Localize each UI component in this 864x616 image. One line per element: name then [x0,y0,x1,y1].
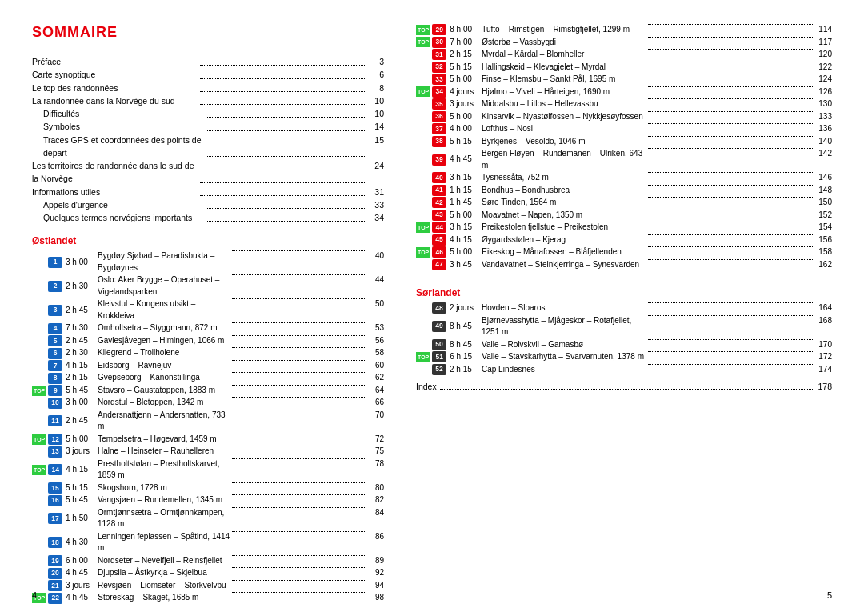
hike-row: 5 2 h 45 Gavlesjåvegen – Himingen, 1066 … [32,335,384,347]
toc-dots [200,94,366,105]
hike-page: 150 [814,197,832,209]
hike-page: 86 [366,531,384,543]
hike-page: 164 [814,302,832,314]
toc-entry: Traces GPS et coordonnées des points de … [32,134,384,160]
hike-number: 21 [48,580,62,591]
top-badge: TOP [32,386,46,396]
hike-dots [232,494,365,495]
hike-row: 40 3 h 15 Tysnessåta, 752 m 146 [416,172,832,184]
hike-row: 48 2 jours Hovden – Sloaros 164 [416,302,832,314]
toc-page: 24 [368,159,384,186]
hike-row: 1 3 h 00 Bygdøy Sjøbad – Paradisbukta – … [32,250,384,274]
hike-number: 40 [432,172,446,183]
hike-number: 12 [48,434,62,445]
hike-number: 2 [48,281,62,292]
hike-page: 89 [366,555,384,567]
hike-row: TOP 51 6 h 15 Valle – Stavskarhytta – Sv… [416,351,832,363]
hike-row: TOP 29 8 h 00 Tufto – Rimstigen – Rimsti… [416,24,832,36]
hike-page: 94 [366,580,384,592]
hike-row: TOP 12 5 h 00 Tempelsetra – Høgevard, 14… [32,434,384,446]
hike-dots [648,86,813,87]
hike-page: 174 [814,364,832,376]
hike-duration: 2 h 15 [66,372,94,384]
hike-number: 3 [48,305,62,316]
toc-page: 33 [368,198,384,211]
hike-title: Lofthus – Nosi [482,123,646,135]
toc-title: Les territoires de randonnée dans le sud… [32,159,198,186]
hike-number: 14 [48,464,62,475]
hike-number: 6 [48,348,62,359]
hike-number: 34 [432,86,446,98]
hike-title: Valle – Rolvskvil – Gamasbø [482,339,646,351]
hike-dots [232,298,365,299]
right-page: TOP 29 8 h 00 Tufto – Rimstigen – Rimsti… [400,0,864,616]
hike-row: 31 2 h 15 Myrdal – Kårdal – Blomheller 1… [416,49,832,61]
hike-title: Nordstul – Bletoppen, 1342 m [98,397,230,409]
hike-title: Gavlesjåvegen – Himingen, 1066 m [98,335,230,347]
hike-title: Finse – Klemsbu – Sankt Pål, 1695 m [482,74,646,86]
hike-page: 80 [366,482,384,494]
hike-title: Nordseter – Nevelfjell – Reinsfjellet [98,555,230,567]
hike-dots [648,364,813,365]
hike-number: 35 [432,98,446,110]
hike-dots [648,246,813,247]
hike-title: Andersnattjenn – Andersnatten, 733 m [98,410,230,433]
toc-page: 10 [368,94,384,107]
hike-row: 36 5 h 00 Kinsarvik – Nyastølfossen – Ny… [416,111,832,123]
hike-duration: 3 h 00 [66,397,94,409]
hike-row: 2 2 h 30 Oslo: Aker Brygge – Operahuset … [32,274,384,298]
hike-title: Preikestolen fjellstue – Preikestolen [482,222,646,234]
hike-duration: 4 h 15 [450,234,478,246]
hike-title: Kinsarvik – Nyastølfossen – Nykkjesøyfos… [482,111,646,123]
hike-row: 16 5 h 45 Vangsjøen – Rundemellen, 1345 … [32,494,384,506]
hike-row: 41 1 h 15 Bondhus – Bondhusbrea 148 [416,185,832,197]
hike-row: 38 5 h 15 Byrkjenes – Vesoldo, 1046 m 14… [416,136,832,148]
hike-number: 41 [432,185,446,196]
toc-title: Préface [32,55,198,68]
hike-dots [648,315,813,316]
hike-duration: 3 h 45 [450,259,478,271]
hike-row: 15 5 h 15 Skogshorn, 1728 m 80 [32,482,384,494]
top-badge: TOP [416,86,430,97]
hike-number: 36 [432,111,446,122]
left-page: SOMMAIRE Préface 3 Carte synoptique 6 Le… [0,0,400,616]
index-dots [440,389,815,390]
hikes-ostlandet: 1 3 h 00 Bygdøy Sjøbad – Paradisbukta – … [32,250,384,604]
hike-number: 1 [48,257,62,268]
hike-title: Myrdal – Kårdal – Blomheller [482,49,646,61]
hike-page: 162 [814,259,832,271]
hike-row: 3 2 h 45 Kleivstul – Kongens utsikt – Kr… [32,298,384,322]
toc-entry: Le top des randonnées 8 [32,82,384,94]
hike-duration: 2 h 30 [66,347,94,359]
toc-page: 3 [368,55,384,68]
hike-page: 146 [814,172,832,184]
hike-dots [232,446,365,446]
hike-duration: 4 jours [450,86,478,98]
toc-dots [206,107,366,118]
hike-title: Moavatnet – Napen, 1350 m [482,210,646,222]
hike-row: 18 4 h 30 Lenningen feplassen – Spåtind,… [32,531,384,554]
hike-title: Østerbø – Vassbygdi [482,37,646,49]
hike-page: 60 [366,360,384,372]
hike-dots [648,148,813,149]
hike-dots [648,24,813,25]
hike-page: 170 [814,339,832,351]
hike-row: 10 3 h 00 Nordstul – Bletoppen, 1342 m 6… [32,397,384,409]
hike-number: 16 [48,495,62,506]
hike-dots [648,197,813,198]
hike-title: Bygdøy Sjøbad – Paradisbukta – Bygdøynes [98,250,230,274]
hike-row: 20 4 h 45 Djupslia – Åstkyrkja – Skjelbu… [32,567,384,579]
hike-duration: 4 h 45 [66,592,94,604]
index-page: 178 [818,382,832,391]
hike-duration: 4 h 30 [66,537,94,549]
toc-title: La randonnée dans la Norvège du sud [32,94,198,107]
hike-title: Bergen Fløyen – Rundemanen – Ulriken, 64… [482,148,646,171]
hike-duration: 4 h 00 [450,123,478,135]
hikes-vestlandet-continued: TOP 29 8 h 00 Tufto – Rimstigen – Rimsti… [416,24,832,270]
hike-title: Tufto – Rimstigen – Rimstigfjellet, 1299… [482,24,646,36]
hike-row: 45 4 h 15 Øygardsstølen – Kjerag 156 [416,234,832,246]
toc-entry: Quelques termes norvégiens importants 34 [32,211,384,224]
hike-page: 120 [814,49,832,61]
hike-row: TOP 44 3 h 15 Preikestolen fjellstue – P… [416,222,832,234]
hike-title: Øygardsstølen – Kjerag [482,234,646,246]
